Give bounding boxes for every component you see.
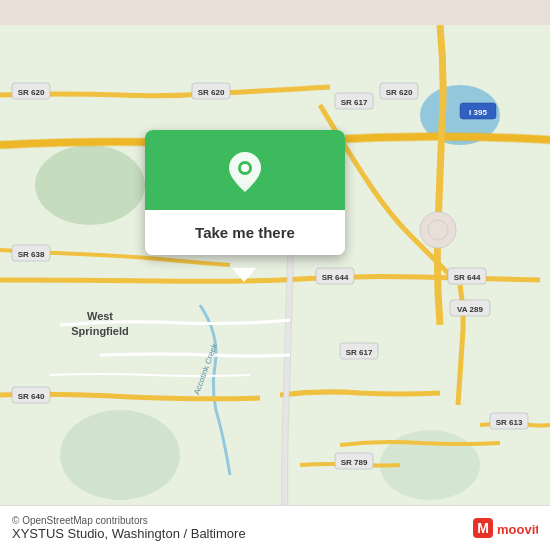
copyright-text: © OpenStreetMap contributors bbox=[12, 515, 246, 526]
svg-text:SR 620: SR 620 bbox=[386, 88, 413, 97]
svg-text:SR 620: SR 620 bbox=[18, 88, 45, 97]
svg-text:SR 644: SR 644 bbox=[322, 273, 349, 282]
svg-text:West: West bbox=[87, 310, 113, 322]
popup-header bbox=[145, 130, 345, 210]
svg-text:SR 620: SR 620 bbox=[198, 88, 225, 97]
bottom-info: © OpenStreetMap contributors XYSTUS Stud… bbox=[12, 515, 246, 541]
svg-text:SR 613: SR 613 bbox=[496, 418, 523, 427]
popup-arrow bbox=[232, 268, 256, 282]
svg-text:Springfield: Springfield bbox=[71, 325, 128, 337]
svg-text:SR 640: SR 640 bbox=[18, 392, 45, 401]
svg-text:SR 617: SR 617 bbox=[346, 348, 373, 357]
svg-text:M: M bbox=[477, 520, 489, 536]
moovit-logo: M moovit bbox=[473, 514, 538, 542]
location-name: XYSTUS Studio, Washington / Baltimore bbox=[12, 526, 246, 541]
svg-text:SR 789: SR 789 bbox=[341, 458, 368, 467]
svg-text:SR 638: SR 638 bbox=[18, 250, 45, 259]
map-background: SR 620 SR 620 SR 620 I 495 I 395 SR 617 … bbox=[0, 0, 550, 550]
pin-icon bbox=[225, 150, 265, 194]
moovit-logo-svg: M moovit bbox=[473, 514, 538, 542]
take-me-there-button[interactable]: Take me there bbox=[145, 210, 345, 255]
svg-text:VA 289: VA 289 bbox=[457, 305, 483, 314]
svg-point-36 bbox=[428, 220, 448, 240]
svg-point-3 bbox=[60, 410, 180, 500]
svg-text:SR 644: SR 644 bbox=[454, 273, 481, 282]
svg-text:SR 617: SR 617 bbox=[341, 98, 368, 107]
svg-text:I 395: I 395 bbox=[469, 108, 487, 117]
svg-point-1 bbox=[35, 145, 145, 225]
bottom-bar: © OpenStreetMap contributors XYSTUS Stud… bbox=[0, 505, 550, 550]
map-container: SR 620 SR 620 SR 620 I 495 I 395 SR 617 … bbox=[0, 0, 550, 550]
svg-point-40 bbox=[241, 164, 249, 172]
popup-card: Take me there bbox=[145, 130, 345, 255]
svg-text:moovit: moovit bbox=[497, 522, 538, 537]
